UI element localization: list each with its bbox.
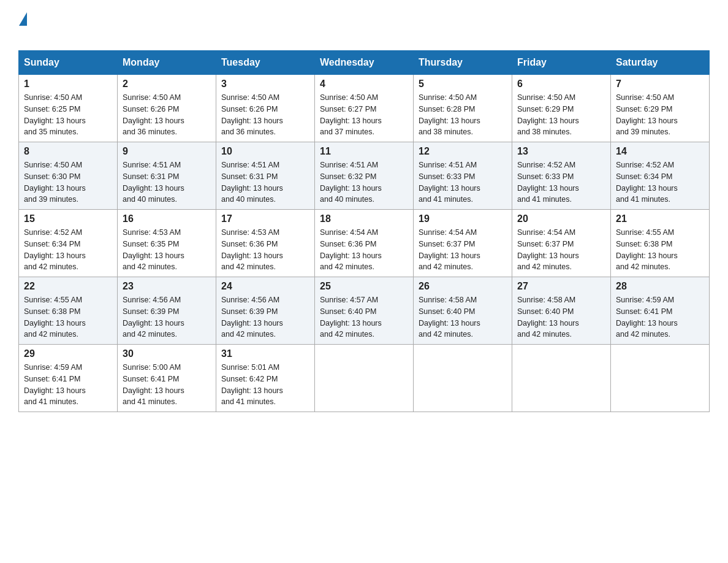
day-number: 25 (320, 281, 408, 292)
calendar-cell: 24 Sunrise: 4:56 AMSunset: 6:39 PMDaylig… (216, 277, 315, 345)
header-cell-saturday: Saturday (611, 51, 710, 75)
calendar-cell: 2 Sunrise: 4:50 AMSunset: 6:26 PMDayligh… (118, 75, 216, 142)
day-number: 2 (123, 79, 211, 90)
header-cell-wednesday: Wednesday (315, 51, 414, 75)
day-number: 6 (517, 79, 605, 90)
day-info: Sunrise: 5:00 AMSunset: 6:41 PMDaylight:… (123, 363, 184, 406)
day-info: Sunrise: 4:57 AMSunset: 6:40 PMDaylight:… (320, 296, 382, 339)
header-cell-monday: Monday (118, 51, 216, 75)
day-number: 13 (517, 146, 605, 157)
day-info: Sunrise: 4:51 AMSunset: 6:31 PMDaylight:… (221, 161, 283, 204)
day-number: 1 (24, 79, 112, 90)
day-number: 8 (24, 146, 112, 157)
day-info: Sunrise: 4:54 AMSunset: 6:37 PMDaylight:… (517, 228, 579, 271)
calendar-cell: 8 Sunrise: 4:50 AMSunset: 6:30 PMDayligh… (19, 142, 118, 210)
day-number: 27 (517, 281, 605, 292)
day-info: Sunrise: 4:54 AMSunset: 6:36 PMDaylight:… (320, 228, 382, 271)
day-number: 10 (221, 146, 309, 157)
day-info: Sunrise: 4:56 AMSunset: 6:39 PMDaylight:… (221, 296, 283, 339)
day-number: 18 (320, 213, 408, 224)
calendar-cell: 5 Sunrise: 4:50 AMSunset: 6:28 PMDayligh… (414, 75, 512, 142)
day-number: 23 (123, 281, 211, 292)
day-number: 3 (221, 79, 309, 90)
page-header (18, 12, 710, 44)
day-info: Sunrise: 4:54 AMSunset: 6:37 PMDaylight:… (419, 228, 480, 271)
header-cell-tuesday: Tuesday (216, 51, 315, 75)
day-info: Sunrise: 4:55 AMSunset: 6:38 PMDaylight:… (616, 228, 678, 271)
calendar-cell: 23 Sunrise: 4:56 AMSunset: 6:39 PMDaylig… (118, 277, 216, 345)
day-number: 17 (221, 213, 309, 224)
day-info: Sunrise: 4:50 AMSunset: 6:26 PMDaylight:… (221, 93, 283, 136)
day-number: 28 (616, 281, 704, 292)
week-row-2: 8 Sunrise: 4:50 AMSunset: 6:30 PMDayligh… (19, 142, 710, 210)
calendar-cell: 31 Sunrise: 5:01 AMSunset: 6:42 PMDaylig… (216, 345, 315, 412)
calendar-cell: 27 Sunrise: 4:58 AMSunset: 6:40 PMDaylig… (512, 277, 611, 345)
calendar-cell: 11 Sunrise: 4:51 AMSunset: 6:32 PMDaylig… (315, 142, 414, 210)
calendar-cell: 29 Sunrise: 4:59 AMSunset: 6:41 PMDaylig… (19, 345, 118, 412)
header-row: SundayMondayTuesdayWednesdayThursdayFrid… (19, 51, 710, 75)
day-number: 7 (616, 79, 704, 90)
calendar-table: SundayMondayTuesdayWednesdayThursdayFrid… (18, 50, 710, 412)
calendar-cell: 26 Sunrise: 4:58 AMSunset: 6:40 PMDaylig… (414, 277, 512, 345)
day-info: Sunrise: 4:53 AMSunset: 6:35 PMDaylight:… (123, 228, 184, 271)
day-number: 14 (616, 146, 704, 157)
day-info: Sunrise: 4:59 AMSunset: 6:41 PMDaylight:… (24, 363, 86, 406)
week-row-5: 29 Sunrise: 4:59 AMSunset: 6:41 PMDaylig… (19, 345, 710, 412)
day-number: 29 (24, 348, 112, 359)
calendar-cell (512, 345, 611, 412)
calendar-header: SundayMondayTuesdayWednesdayThursdayFrid… (19, 51, 710, 75)
calendar-cell: 10 Sunrise: 4:51 AMSunset: 6:31 PMDaylig… (216, 142, 315, 210)
calendar-cell: 30 Sunrise: 5:00 AMSunset: 6:41 PMDaylig… (118, 345, 216, 412)
day-info: Sunrise: 4:50 AMSunset: 6:29 PMDaylight:… (616, 93, 678, 136)
day-number: 9 (123, 146, 211, 157)
logo (18, 12, 27, 44)
day-number: 20 (517, 213, 605, 224)
calendar-cell: 20 Sunrise: 4:54 AMSunset: 6:37 PMDaylig… (512, 210, 611, 277)
calendar-cell: 21 Sunrise: 4:55 AMSunset: 6:38 PMDaylig… (611, 210, 710, 277)
calendar-cell: 12 Sunrise: 4:51 AMSunset: 6:33 PMDaylig… (414, 142, 512, 210)
calendar-cell: 17 Sunrise: 4:53 AMSunset: 6:36 PMDaylig… (216, 210, 315, 277)
day-number: 26 (419, 281, 507, 292)
week-row-4: 22 Sunrise: 4:55 AMSunset: 6:38 PMDaylig… (19, 277, 710, 345)
day-info: Sunrise: 4:51 AMSunset: 6:31 PMDaylight:… (123, 161, 184, 204)
day-number: 11 (320, 146, 408, 157)
day-number: 21 (616, 213, 704, 224)
day-info: Sunrise: 4:50 AMSunset: 6:28 PMDaylight:… (419, 93, 480, 136)
day-info: Sunrise: 4:50 AMSunset: 6:27 PMDaylight:… (320, 93, 382, 136)
calendar-cell: 14 Sunrise: 4:52 AMSunset: 6:34 PMDaylig… (611, 142, 710, 210)
day-info: Sunrise: 4:50 AMSunset: 6:30 PMDaylight:… (24, 161, 86, 204)
day-number: 30 (123, 348, 211, 359)
day-number: 12 (419, 146, 507, 157)
day-info: Sunrise: 4:50 AMSunset: 6:26 PMDaylight:… (123, 93, 184, 136)
day-info: Sunrise: 4:50 AMSunset: 6:25 PMDaylight:… (24, 93, 86, 136)
day-info: Sunrise: 4:59 AMSunset: 6:41 PMDaylight:… (616, 296, 678, 339)
week-row-3: 15 Sunrise: 4:52 AMSunset: 6:34 PMDaylig… (19, 210, 710, 277)
header-cell-sunday: Sunday (19, 51, 118, 75)
day-info: Sunrise: 4:52 AMSunset: 6:33 PMDaylight:… (517, 161, 579, 204)
calendar-cell: 25 Sunrise: 4:57 AMSunset: 6:40 PMDaylig… (315, 277, 414, 345)
day-number: 5 (419, 79, 507, 90)
calendar-cell (315, 345, 414, 412)
day-info: Sunrise: 4:51 AMSunset: 6:32 PMDaylight:… (320, 161, 382, 204)
day-info: Sunrise: 4:58 AMSunset: 6:40 PMDaylight:… (517, 296, 579, 339)
calendar-cell: 7 Sunrise: 4:50 AMSunset: 6:29 PMDayligh… (611, 75, 710, 142)
calendar-cell (414, 345, 512, 412)
calendar-cell: 13 Sunrise: 4:52 AMSunset: 6:33 PMDaylig… (512, 142, 611, 210)
calendar-cell: 3 Sunrise: 4:50 AMSunset: 6:26 PMDayligh… (216, 75, 315, 142)
calendar-cell: 22 Sunrise: 4:55 AMSunset: 6:38 PMDaylig… (19, 277, 118, 345)
calendar-cell: 1 Sunrise: 4:50 AMSunset: 6:25 PMDayligh… (19, 75, 118, 142)
day-info: Sunrise: 4:53 AMSunset: 6:36 PMDaylight:… (221, 228, 283, 271)
day-number: 4 (320, 79, 408, 90)
calendar-cell: 19 Sunrise: 4:54 AMSunset: 6:37 PMDaylig… (414, 210, 512, 277)
calendar-cell: 4 Sunrise: 4:50 AMSunset: 6:27 PMDayligh… (315, 75, 414, 142)
day-number: 24 (221, 281, 309, 292)
day-info: Sunrise: 4:52 AMSunset: 6:34 PMDaylight:… (24, 228, 86, 271)
day-number: 19 (419, 213, 507, 224)
calendar-cell (611, 345, 710, 412)
calendar-cell: 28 Sunrise: 4:59 AMSunset: 6:41 PMDaylig… (611, 277, 710, 345)
calendar-cell: 15 Sunrise: 4:52 AMSunset: 6:34 PMDaylig… (19, 210, 118, 277)
calendar-cell: 9 Sunrise: 4:51 AMSunset: 6:31 PMDayligh… (118, 142, 216, 210)
header-cell-friday: Friday (512, 51, 611, 75)
day-info: Sunrise: 5:01 AMSunset: 6:42 PMDaylight:… (221, 363, 283, 406)
day-info: Sunrise: 4:55 AMSunset: 6:38 PMDaylight:… (24, 296, 86, 339)
